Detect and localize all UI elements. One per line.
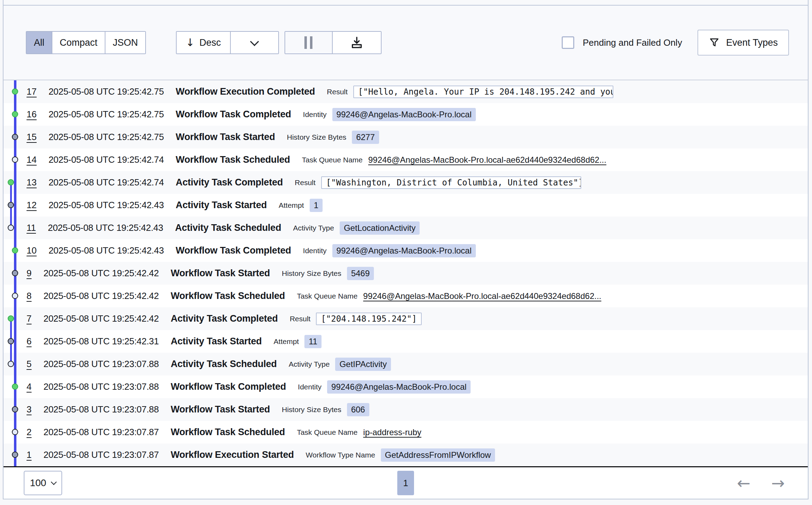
event-row-8[interactable]: 82025-05-08 UTC 19:25:42.42Workflow Task…	[3, 285, 808, 307]
event-name: Workflow Task Scheduled	[171, 427, 285, 438]
event-id-link[interactable]: 16	[27, 109, 37, 120]
current-page-value: 1	[403, 478, 408, 489]
event-id-link[interactable]: 12	[27, 200, 37, 211]
view-tab-all[interactable]: All	[27, 32, 52, 53]
sort-desc-button[interactable]: ↓ Desc	[177, 32, 230, 53]
event-timestamp: 2025-05-08 UTC 19:25:42.74	[49, 177, 164, 188]
event-name: Workflow Task Completed	[176, 245, 291, 256]
event-id-link[interactable]: 10	[27, 245, 37, 256]
event-detail-label: Task Queue Name	[297, 428, 357, 437]
event-detail-label: Result	[295, 178, 316, 187]
event-detail-value: 11	[304, 335, 322, 348]
event-name: Workflow Task Completed	[176, 109, 291, 120]
event-types-filter-button[interactable]: Event Types	[697, 30, 789, 56]
event-id-link[interactable]: 13	[27, 177, 37, 188]
event-id-link[interactable]: 9	[27, 268, 31, 279]
pause-autorefresh-button[interactable]	[285, 32, 332, 53]
event-id-link[interactable]: 8	[27, 291, 31, 301]
event-detail: Identity99246@Angelas-MacBook-Pro.local	[303, 244, 476, 257]
chevron-down-icon	[250, 37, 259, 46]
event-detail: Task Queue Name99246@Angelas-MacBook-Pro…	[297, 291, 601, 301]
event-detail-label: Result	[327, 88, 348, 96]
event-detail: Identity99246@Angelas-MacBook-Pro.local	[298, 380, 471, 394]
event-row-16[interactable]: 162025-05-08 UTC 19:25:42.75Workflow Tas…	[3, 103, 808, 126]
event-row-7[interactable]: 72025-05-08 UTC 19:25:42.42Activity Task…	[3, 307, 808, 330]
event-detail: Result["204.148.195.242"]	[290, 313, 422, 325]
pause-icon	[304, 36, 307, 49]
event-detail-label: Workflow Type Name	[306, 451, 375, 459]
previous-page-arrow[interactable]: ←	[737, 475, 751, 491]
event-detail-label: Attempt	[279, 201, 304, 210]
event-id-link[interactable]: 2	[27, 427, 31, 438]
event-row-6[interactable]: 62025-05-08 UTC 19:25:42.31Activity Task…	[3, 330, 808, 353]
event-row-15[interactable]: 152025-05-08 UTC 19:25:42.75Workflow Tas…	[3, 126, 808, 148]
event-detail-label: History Size Bytes	[282, 405, 341, 414]
event-id-link[interactable]: 15	[27, 132, 37, 142]
event-id-link[interactable]: 6	[27, 336, 31, 347]
event-detail-value[interactable]: ip-address-ruby	[363, 427, 421, 437]
event-row-13[interactable]: 132025-05-08 UTC 19:25:42.74Activity Tas…	[3, 171, 808, 194]
current-page-button[interactable]: 1	[397, 471, 414, 495]
event-id-link[interactable]: 3	[27, 404, 31, 415]
event-detail-value[interactable]: 99246@Angelas-MacBook-Pro.local-ae62d440…	[363, 291, 601, 301]
event-detail: History Size Bytes5469	[282, 267, 374, 280]
event-status-dot-gray	[8, 202, 14, 208]
event-detail-value: GetAddressFromIPWorkflow	[381, 448, 495, 462]
view-tab-compact[interactable]: Compact	[52, 32, 105, 53]
event-id-link[interactable]: 1	[27, 449, 31, 460]
event-detail-value[interactable]: 99246@Angelas-MacBook-Pro.local-ae62d440…	[368, 155, 606, 165]
event-detail: History Size Bytes6277	[287, 131, 379, 144]
event-detail: Activity TypeGetLocationActivity	[293, 221, 420, 235]
event-row-14[interactable]: 142025-05-08 UTC 19:25:42.74Workflow Tas…	[3, 148, 808, 171]
event-detail-value: 99246@Angelas-MacBook-Pro.local	[332, 108, 476, 121]
event-id-link[interactable]: 17	[27, 86, 37, 97]
event-id-link[interactable]: 4	[27, 381, 31, 392]
toolbar-left-group: AllCompactJSON ↓ Desc	[26, 31, 382, 54]
event-id-link[interactable]: 5	[27, 359, 31, 369]
event-name: Workflow Task Scheduled	[171, 291, 285, 301]
event-row-4[interactable]: 42025-05-08 UTC 19:23:07.88Workflow Task…	[3, 375, 808, 398]
event-detail-value: GetIPActivity	[335, 358, 391, 371]
pending-failed-checkbox[interactable]	[562, 36, 574, 49]
event-row-3[interactable]: 32025-05-08 UTC 19:23:07.88Workflow Task…	[3, 398, 808, 421]
pagination-bar: 100 1 ← →	[3, 467, 808, 499]
event-name: Workflow Execution Completed	[176, 86, 315, 97]
sort-order-control: ↓ Desc	[176, 31, 279, 54]
event-row-5[interactable]: 52025-05-08 UTC 19:23:07.88Activity Task…	[3, 353, 808, 375]
event-status-dot-green	[12, 88, 18, 95]
event-name: Activity Task Started	[171, 336, 262, 347]
event-detail: Task Queue Name99246@Angelas-MacBook-Pro…	[302, 155, 606, 165]
view-mode-tabs: AllCompactJSON	[26, 31, 146, 54]
event-name: Activity Task Scheduled	[171, 359, 277, 369]
pause-icon	[310, 36, 312, 49]
event-timestamp: 2025-05-08 UTC 19:25:42.42	[43, 313, 158, 324]
event-row-1[interactable]: 12025-05-08 UTC 19:23:07.87Workflow Exec…	[3, 444, 808, 466]
event-timestamp: 2025-05-08 UTC 19:25:42.75	[49, 132, 164, 142]
event-status-dot-sched	[8, 225, 14, 231]
event-timestamp: 2025-05-08 UTC 19:25:42.43	[49, 245, 164, 256]
event-detail: Attempt11	[274, 335, 322, 348]
event-row-10[interactable]: 102025-05-08 UTC 19:25:42.43Workflow Tas…	[3, 239, 808, 262]
page-size-select[interactable]: 100	[24, 471, 62, 495]
event-row-12[interactable]: 122025-05-08 UTC 19:25:42.43Activity Tas…	[3, 194, 808, 217]
download-history-button[interactable]	[332, 32, 381, 53]
event-id-link[interactable]: 14	[27, 154, 37, 165]
event-detail: Workflow Type NameGetAddressFromIPWorkfl…	[306, 448, 495, 462]
event-id-link[interactable]: 7	[27, 313, 31, 324]
event-row-11[interactable]: 112025-05-08 UTC 19:25:42.43Activity Tas…	[3, 217, 808, 239]
event-detail-value: 5469	[347, 267, 374, 280]
toolbar-right-group: Pending and Failed Only Event Types	[562, 30, 789, 56]
event-detail-label: Result	[290, 315, 311, 323]
event-id-link[interactable]: 11	[27, 222, 36, 233]
event-timestamp: 2025-05-08 UTC 19:25:42.75	[49, 109, 164, 120]
event-row-9[interactable]: 92025-05-08 UTC 19:25:42.42Workflow Task…	[3, 262, 808, 285]
event-row-2[interactable]: 22025-05-08 UTC 19:23:07.87Workflow Task…	[3, 421, 808, 444]
event-detail-label: Activity Type	[293, 224, 334, 232]
sort-dropdown-button[interactable]	[230, 32, 278, 53]
next-page-arrow[interactable]: →	[771, 475, 785, 491]
event-detail-value: 99246@Angelas-MacBook-Pro.local	[327, 380, 471, 394]
event-detail: Result["Hello, Angela. Your IP is 204.14…	[327, 86, 613, 98]
view-tab-json[interactable]: JSON	[105, 32, 145, 53]
event-name: Activity Task Completed	[176, 177, 283, 188]
event-row-17[interactable]: 172025-05-08 UTC 19:25:42.75Workflow Exe…	[3, 80, 808, 103]
